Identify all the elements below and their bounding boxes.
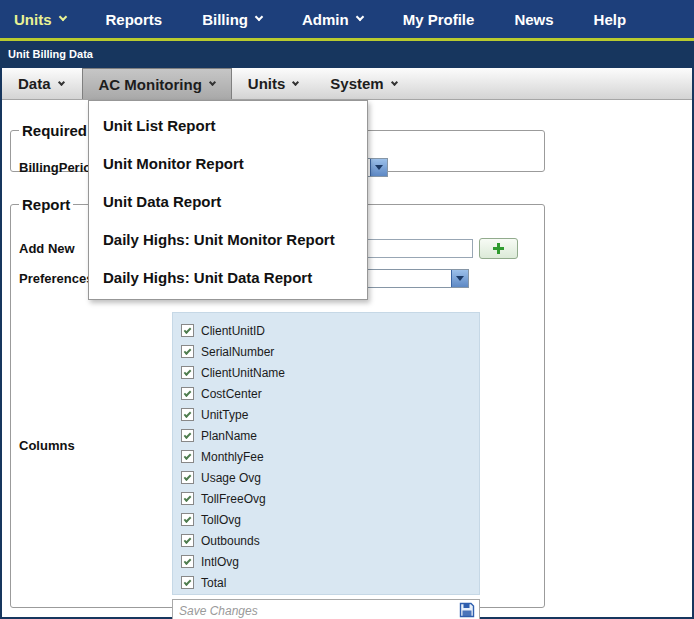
checkbox[interactable] — [181, 345, 194, 358]
checkbox[interactable] — [181, 429, 194, 442]
content-area: Data AC Monitoring Units System Required — [2, 68, 692, 617]
columns-checkbox-list: ClientUnitID SerialNumber ClientUnitName… — [172, 312, 480, 595]
column-row: ClientUnitID — [181, 320, 479, 341]
save-changes-field — [172, 599, 480, 619]
checkbox[interactable] — [181, 387, 194, 400]
nav-item-label: Help — [594, 11, 627, 28]
check-icon — [184, 536, 192, 544]
checkbox[interactable] — [181, 576, 194, 589]
menu-item-ac-monitoring[interactable]: AC Monitoring — [82, 68, 232, 99]
nav-item-label: My Profile — [403, 11, 475, 28]
checkbox[interactable] — [181, 450, 194, 463]
check-icon — [184, 452, 192, 460]
nav-item-my-profile[interactable]: My Profile — [383, 0, 495, 38]
top-navigation: Units Reports Billing Admin My Profile N… — [0, 0, 694, 41]
app-window: Units Reports Billing Admin My Profile N… — [0, 0, 694, 619]
dropdown-item-daily-highs-unit-monitor-report[interactable]: Daily Highs: Unit Monitor Report — [89, 220, 367, 258]
nav-item-label: Units — [14, 11, 52, 28]
check-icon — [184, 578, 192, 586]
chevron-down-icon — [58, 13, 66, 21]
checkbox[interactable] — [181, 513, 194, 526]
chevron-down-icon[interactable] — [451, 270, 468, 287]
column-label: IntlOvg — [201, 555, 239, 569]
menu-item-label: Units — [248, 75, 286, 92]
report-menubar: Data AC Monitoring Units System — [2, 68, 692, 100]
nav-item-help[interactable]: Help — [574, 0, 647, 38]
nav-item-news[interactable]: News — [494, 0, 573, 38]
column-row: TollFreeOvg — [181, 488, 479, 509]
dropdown-item-daily-highs-unit-data-report[interactable]: Daily Highs: Unit Data Report — [89, 258, 367, 296]
checkbox[interactable] — [181, 534, 194, 547]
column-row: SerialNumber — [181, 341, 479, 362]
checkbox[interactable] — [181, 324, 194, 337]
column-row: CostCenter — [181, 383, 479, 404]
column-row: Outbounds — [181, 530, 479, 551]
check-icon — [184, 515, 192, 523]
save-changes-input[interactable] — [172, 599, 480, 619]
check-icon — [184, 347, 192, 355]
menu-item-label: AC Monitoring — [99, 76, 202, 93]
column-label: ClientUnitName — [201, 366, 285, 380]
column-label: UnitType — [201, 408, 248, 422]
plus-icon — [493, 243, 504, 254]
column-row: IntlOvg — [181, 551, 479, 572]
dropdown-item-unit-list-report[interactable]: Unit List Report — [89, 106, 367, 144]
check-icon — [184, 494, 192, 502]
column-label: Outbounds — [201, 534, 260, 548]
check-icon — [184, 389, 192, 397]
checkbox[interactable] — [181, 492, 194, 505]
checkbox[interactable] — [181, 471, 194, 484]
column-label: TollOvg — [201, 513, 241, 527]
nav-item-billing[interactable]: Billing — [182, 0, 282, 38]
nav-item-label: Reports — [106, 11, 163, 28]
column-row: Total — [181, 572, 479, 593]
chevron-down-icon — [57, 78, 64, 85]
column-label: PlanName — [201, 429, 257, 443]
checkbox[interactable] — [181, 366, 194, 379]
menu-item-system[interactable]: System — [314, 68, 412, 99]
check-icon — [184, 410, 192, 418]
columns-label: Columns — [19, 438, 75, 453]
column-label: Total — [201, 576, 226, 590]
check-icon — [184, 557, 192, 565]
chevron-down-icon — [355, 13, 363, 21]
column-label: MonthlyFee — [201, 450, 264, 464]
nav-item-label: News — [514, 11, 553, 28]
triangle-glyph — [375, 165, 383, 170]
dropdown-item-unit-data-report[interactable]: Unit Data Report — [89, 182, 367, 220]
add-new-label: Add New — [19, 241, 75, 256]
column-row: TollOvg — [181, 509, 479, 530]
menu-item-data[interactable]: Data — [2, 68, 82, 99]
column-row: Usage Ovg — [181, 467, 479, 488]
checkbox[interactable] — [181, 555, 194, 568]
menu-item-units[interactable]: Units — [232, 68, 315, 99]
nav-item-admin[interactable]: Admin — [282, 0, 383, 38]
chevron-down-icon — [209, 79, 216, 86]
check-icon — [184, 368, 192, 376]
report-section-legend: Report — [19, 196, 73, 213]
check-icon — [184, 431, 192, 439]
column-label: Usage Ovg — [201, 471, 261, 485]
save-icon[interactable] — [459, 602, 475, 618]
checkbox[interactable] — [181, 408, 194, 421]
column-row: PlanName — [181, 425, 479, 446]
column-label: CostCenter — [201, 387, 262, 401]
column-row: UnitType — [181, 404, 479, 425]
chevron-down-icon — [391, 78, 398, 85]
add-button[interactable] — [479, 238, 518, 259]
column-row: ClientUnitName — [181, 362, 479, 383]
nav-item-reports[interactable]: Reports — [86, 0, 183, 38]
check-icon — [184, 473, 192, 481]
nav-item-units[interactable]: Units — [0, 0, 86, 38]
ac-monitoring-dropdown-menu: Unit List Report Unit Monitor Report Uni… — [88, 100, 368, 300]
nav-item-label: Billing — [202, 11, 248, 28]
dropdown-item-unit-monitor-report[interactable]: Unit Monitor Report — [89, 144, 367, 182]
column-row: MonthlyFee — [181, 446, 479, 467]
chevron-down-icon[interactable] — [370, 159, 387, 176]
column-label: SerialNumber — [201, 345, 274, 359]
required-section-legend: Required — [19, 122, 90, 139]
menu-item-label: System — [330, 75, 383, 92]
page-title: Unit Billing Data — [8, 48, 93, 60]
content-frame: Unit Billing Data Data AC Monitoring Uni… — [0, 41, 694, 619]
column-label: ClientUnitID — [201, 324, 265, 338]
